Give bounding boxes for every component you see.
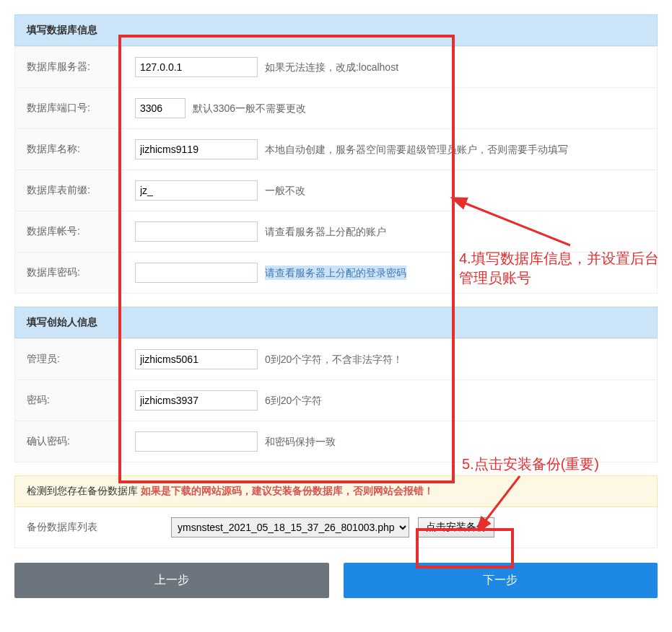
prev-button[interactable]: 上一步 — [14, 563, 329, 598]
hint-db-server: 如果无法连接，改成:localhost — [265, 61, 398, 73]
backup-select[interactable]: ymsnstest_2021_05_18_15_37_26_801003.php — [171, 517, 409, 537]
label-db-server: 数据库服务器: — [15, 47, 123, 88]
hint-db-prefix: 一般不改 — [265, 185, 305, 196]
input-db-password[interactable] — [135, 263, 258, 283]
row-db-name: 数据库名称: 本地自动创建，服务器空间需要超级管理员账户，否则需要手动填写 — [15, 129, 658, 170]
label-pwd: 密码: — [15, 380, 123, 421]
svg-line-1 — [484, 476, 520, 523]
backup-label: 备份数据库列表 — [27, 521, 171, 534]
annotation-step4: 4.填写数据库信息，并设置后台管理员账号 — [459, 249, 661, 288]
label-db-port: 数据库端口号: — [15, 88, 123, 129]
hint-db-account: 请查看服务器上分配的账户 — [265, 226, 386, 237]
svg-line-0 — [462, 202, 570, 245]
input-db-server[interactable] — [135, 57, 258, 77]
label-db-account: 数据库帐号: — [15, 211, 123, 253]
hint-db-port: 默认3306一般不需要更改 — [193, 102, 306, 114]
label-db-password: 数据库密码: — [15, 253, 123, 294]
install-form: 填写数据库信息 数据库服务器: 如果无法连接，改成:localhost 数据库端… — [0, 0, 672, 613]
backup-row: 备份数据库列表 ymsnstest_2021_05_18_15_37_26_80… — [14, 507, 658, 548]
warning-text: 如果是下载的网站源码，建议安装备份数据库，否则网站会报错！ — [141, 485, 434, 496]
section-header-founder: 填写创始人信息 — [14, 307, 658, 338]
arrow-icon — [448, 195, 577, 253]
footer-buttons: 上一步 下一步 — [14, 563, 658, 598]
label-confirm: 确认密码: — [15, 421, 123, 462]
annotation-step5: 5.点击安装备份(重要) — [462, 455, 599, 474]
section-header-db: 填写数据库信息 — [14, 14, 658, 46]
warning-bar: 检测到您存在备份数据库 如果是下载的网站源码，建议安装备份数据库，否则网站会报错… — [14, 475, 658, 507]
input-db-port[interactable] — [135, 98, 186, 118]
row-admin: 管理员: 0到20个字符，不含非法字符！ — [15, 339, 658, 380]
input-db-account[interactable] — [135, 221, 258, 242]
hint-pwd: 6到20个字符 — [265, 395, 322, 406]
row-db-server: 数据库服务器: 如果无法连接，改成:localhost — [15, 47, 658, 88]
row-db-port: 数据库端口号: 默认3306一般不需要更改 — [15, 88, 658, 129]
input-confirm[interactable] — [135, 431, 258, 452]
hint-admin: 0到20个字符，不含非法字符！ — [265, 354, 403, 365]
input-pwd[interactable] — [135, 390, 258, 411]
row-pwd: 密码: 6到20个字符 — [15, 380, 658, 421]
next-button[interactable]: 下一步 — [344, 563, 658, 598]
label-admin: 管理员: — [15, 339, 123, 380]
hint-db-name: 本地自动创建，服务器空间需要超级管理员账户，否则需要手动填写 — [265, 144, 568, 155]
input-db-prefix[interactable] — [135, 180, 258, 201]
hint-db-password: 请查看服务器上分配的登录密码 — [265, 265, 406, 280]
label-db-prefix: 数据库表前缀: — [15, 170, 123, 211]
arrow-icon — [476, 473, 534, 530]
label-db-name: 数据库名称: — [15, 129, 123, 170]
input-admin[interactable] — [135, 349, 258, 369]
hint-confirm: 和密码保持一致 — [265, 436, 336, 447]
input-db-name[interactable] — [135, 139, 258, 159]
warning-prefix: 检测到您存在备份数据库 — [27, 485, 138, 496]
founder-info-table: 管理员: 0到20个字符，不含非法字符！ 密码: 6到20个字符 确认密码: 和… — [14, 338, 658, 462]
